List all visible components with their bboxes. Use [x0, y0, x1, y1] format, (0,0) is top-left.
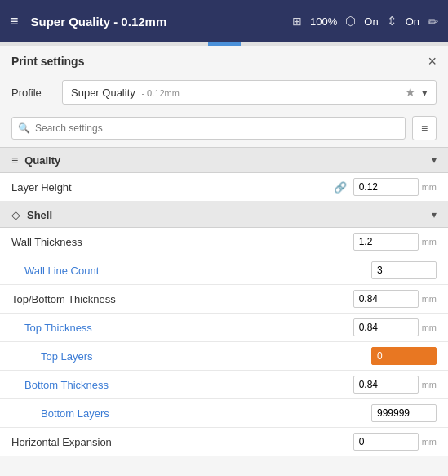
setting-name: Bottom Thickness	[24, 379, 353, 391]
search-wrap: 🔍	[11, 117, 406, 140]
search-icon: 🔍	[18, 122, 30, 134]
settings-list: ≡ Quality ▾ Layer Height 🔗 mm ◇ Shell ▾ …	[0, 147, 448, 476]
setting-value-wrap	[371, 261, 437, 279]
star-icon[interactable]: ★	[405, 85, 415, 100]
percent-label: 100%	[310, 16, 337, 28]
top-bar: ≡ Super Quality - 0.12mm ⊞ 100% ⬡ On ⇕ O…	[0, 0, 448, 42]
on-button-2[interactable]: On	[406, 16, 419, 28]
setting-value-input[interactable]	[353, 376, 419, 394]
search-input[interactable]	[11, 117, 406, 140]
layers-icon: ⬡	[345, 14, 356, 29]
setting-row: Bottom Layers	[0, 399, 448, 428]
unit-label: mm	[422, 294, 437, 304]
close-button[interactable]: ×	[428, 54, 437, 69]
profile-icons: ★ ▾	[405, 85, 428, 100]
setting-value-wrap: mm	[353, 433, 437, 451]
chevron-down-icon: ▾	[432, 154, 437, 166]
setting-value-wrap: mm	[353, 178, 437, 196]
setting-name: Top/Bottom Thickness	[11, 293, 353, 305]
setting-name: Bottom Layers	[41, 407, 371, 420]
filter-icon: ≡	[421, 122, 428, 135]
search-row: 🔍 ≡	[0, 113, 448, 147]
section-title-quality: Quality	[24, 154, 425, 167]
setting-value-wrap	[371, 404, 437, 422]
setting-value-wrap: mm	[353, 290, 437, 308]
section-icon-quality: ≡	[11, 153, 18, 167]
top-bar-controls: ⊞ 100% ⬡ On ⇕ On ✏	[292, 14, 438, 29]
filter-button[interactable]: ≡	[412, 116, 437, 140]
section-icon-shell: ◇	[11, 208, 20, 221]
setting-value-wrap: mm	[353, 233, 437, 251]
unit-label: mm	[422, 323, 437, 332]
setting-name: Wall Line Count	[24, 265, 371, 277]
setting-value-input[interactable]	[353, 433, 419, 451]
profile-dropdown[interactable]: Super Quality - 0.12mm ★ ▾	[62, 80, 437, 105]
unit-label: mm	[422, 182, 437, 192]
setting-row: Top Layers	[0, 342, 448, 371]
setting-row: Top Thickness mm	[0, 314, 448, 342]
setting-row: Layer Height 🔗 mm	[0, 173, 448, 202]
profile-sub: - 0.12mm	[141, 88, 179, 98]
setting-row: Horizontal Expansion mm	[0, 428, 448, 456]
profile-label: Profile	[11, 87, 52, 99]
setting-name: Top Thickness	[24, 322, 353, 334]
on-button-1[interactable]: On	[364, 16, 378, 28]
unit-label: mm	[422, 380, 437, 389]
link-icon: 🔗	[334, 181, 347, 194]
unit-label: mm	[422, 437, 437, 447]
profile-row: Profile Super Quality - 0.12mm ★ ▾	[0, 75, 448, 113]
setting-value-input[interactable]	[353, 233, 419, 251]
setting-value-input[interactable]	[371, 404, 437, 422]
chevron-down-icon: ▾	[422, 87, 428, 99]
setting-row: Top/Bottom Thickness mm	[0, 285, 448, 314]
setting-name: Wall Thickness	[11, 236, 353, 248]
menu-icon: ≡	[10, 13, 18, 30]
profile-title: Super Quality - 0.12mm	[31, 15, 280, 29]
setting-value-input[interactable]	[353, 178, 419, 196]
panel-header: Print settings ×	[0, 46, 448, 75]
print-settings-panel: Print settings × Profile Super Quality -…	[0, 46, 448, 476]
setting-row: Wall Line Count	[0, 256, 448, 285]
setting-row: Bottom Thickness mm	[0, 371, 448, 399]
setting-value-wrap: mm	[353, 318, 437, 336]
chevron-down-icon: ▾	[432, 209, 437, 220]
section-header-quality[interactable]: ≡ Quality ▾	[0, 147, 448, 173]
grid-icon: ⊞	[292, 15, 302, 28]
pencil-button[interactable]: ✏	[428, 14, 438, 29]
setting-value-wrap: mm	[353, 376, 437, 394]
setting-name: Layer Height	[11, 181, 334, 194]
setting-value-input[interactable]	[353, 290, 419, 308]
setting-name: Horizontal Expansion	[11, 436, 353, 448]
settings-icon: ⇕	[387, 14, 397, 29]
setting-value-input[interactable]	[353, 318, 419, 336]
setting-value-input[interactable]	[371, 261, 437, 279]
unit-label: mm	[422, 237, 437, 247]
on-label-2: On	[406, 16, 419, 28]
section-title-shell: Shell	[27, 209, 425, 221]
setting-value-input[interactable]	[371, 347, 437, 365]
setting-value-wrap	[371, 347, 437, 365]
setting-row: Wall Thickness mm	[0, 228, 448, 256]
section-header-shell[interactable]: ◇ Shell ▾	[0, 202, 448, 228]
panel-title: Print settings	[11, 55, 84, 68]
profile-name: Super Quality	[71, 87, 135, 99]
setting-name: Top Layers	[41, 350, 371, 363]
on-label-1: On	[364, 16, 378, 28]
